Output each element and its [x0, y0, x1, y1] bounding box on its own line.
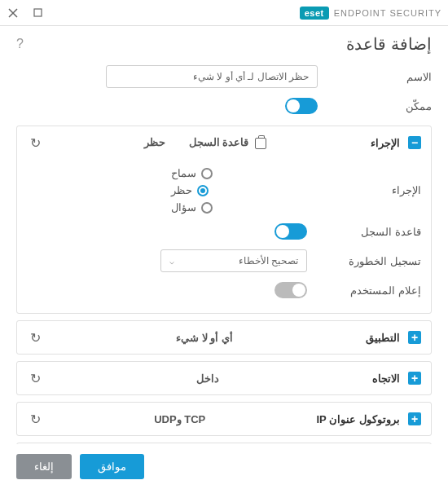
notify-label: إعلام المستخدم: [307, 284, 421, 297]
section-protocol-summary: TCP وUDP: [43, 413, 316, 425]
section-action-header[interactable]: − الإجراء قاعدة السجل حظر ↻: [17, 126, 431, 159]
severity-label: تسجيل الخطورة: [307, 255, 421, 267]
brand: eset ENDPOINT SECURITY: [300, 7, 441, 20]
section-action-title: الإجراء: [371, 137, 400, 149]
collapse-icon: −: [408, 136, 421, 149]
radio-allow[interactable]: سماح: [171, 167, 213, 179]
section-direction: + الاتجاه داخل ↻: [16, 361, 432, 395]
section-protocol-header[interactable]: + بروتوكول عنوان IP TCP وUDP ↻: [17, 403, 431, 435]
radio-ask-label: سؤال: [171, 201, 196, 214]
log-toggle[interactable]: [275, 223, 307, 240]
chevron-down-icon: ⌵: [169, 257, 174, 266]
notify-toggle[interactable]: [275, 282, 307, 298]
reset-icon[interactable]: ↻: [27, 329, 43, 346]
section-application-summary: أي أو لا شيء: [43, 332, 366, 344]
page-title: إضافة قاعدة: [346, 34, 432, 54]
brand-product: ENDPOINT SECURITY: [334, 8, 441, 18]
reset-icon[interactable]: ↻: [27, 411, 43, 427]
radio-allow-label: سماح: [171, 167, 196, 179]
section-action: − الإجراء قاعدة السجل حظر ↻ الإجراء سماح: [16, 126, 432, 314]
name-label: الاسم: [318, 71, 432, 83]
section-direction-summary: داخل: [43, 372, 372, 385]
section-application-title: التطبيق: [366, 332, 400, 344]
ok-button[interactable]: موافق: [80, 454, 144, 479]
enabled-label: ممكّن: [318, 100, 432, 112]
expand-icon: +: [408, 331, 421, 344]
section-protocol-title: بروتوكول عنوان IP: [316, 413, 400, 425]
severity-value: تصحيح الأخطاء: [239, 255, 298, 267]
section-application: + التطبيق أي أو لا شيء ↻: [16, 320, 432, 355]
severity-dropdown[interactable]: تصحيح الأخطاء ⌵: [160, 249, 307, 272]
cancel-button[interactable]: إلغاء: [16, 454, 72, 479]
help-icon[interactable]: ?: [16, 37, 24, 51]
section-direction-title: الاتجاه: [372, 372, 400, 385]
reset-icon[interactable]: ↻: [27, 370, 43, 386]
radio-block[interactable]: حظر: [171, 184, 209, 196]
radio-ask[interactable]: سؤال: [171, 201, 213, 214]
summary-log-text: قاعدة السجل: [189, 136, 249, 148]
log-label: قاعدة السجل: [307, 226, 421, 238]
section-action-summary: قاعدة السجل حظر: [43, 136, 371, 149]
maximize-icon[interactable]: [31, 7, 44, 20]
action-label: الإجراء: [307, 184, 421, 196]
svg-rect-0: [34, 9, 42, 16]
section-protocol: + بروتوكول عنوان IP TCP وUDP ↻: [16, 402, 432, 436]
clipboard-icon: [255, 138, 266, 149]
close-icon[interactable]: [7, 7, 20, 20]
reset-icon[interactable]: ↻: [27, 134, 43, 151]
radio-block-label: حظر: [171, 184, 192, 196]
enabled-toggle[interactable]: [285, 98, 318, 114]
section-application-header[interactable]: + التطبيق أي أو لا شيء ↻: [17, 321, 431, 354]
summary-action-text: حظر: [144, 136, 165, 148]
expand-icon: +: [408, 372, 421, 385]
brand-badge: eset: [300, 7, 329, 20]
name-input[interactable]: [106, 65, 318, 88]
expand-icon: +: [408, 412, 421, 425]
section-direction-header[interactable]: + الاتجاه داخل ↻: [17, 362, 431, 394]
